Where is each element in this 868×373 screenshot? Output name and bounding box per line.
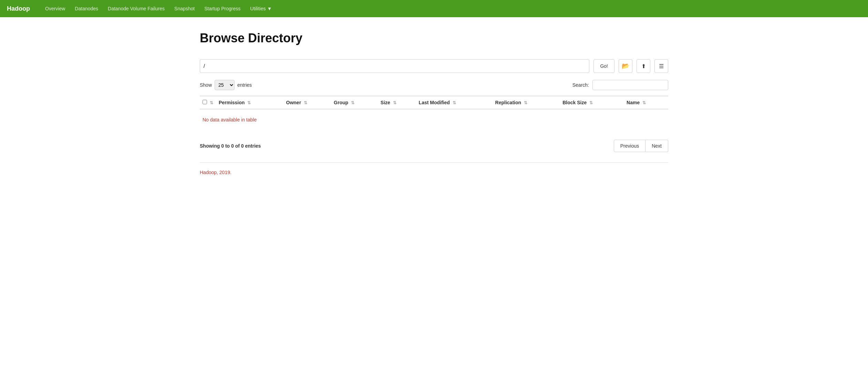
th-last-modified-label: Last Modified <box>419 100 450 105</box>
folder-icon-button[interactable]: 📂 <box>619 59 632 73</box>
show-label: Show <box>200 82 212 88</box>
sort-icon-permission: ⇅ <box>247 100 251 105</box>
controls-row: Show 10 25 50 100 entries Search: <box>200 80 668 90</box>
path-input[interactable] <box>200 59 589 73</box>
navbar: Hadoop Overview Datanodes Datanode Volum… <box>0 0 868 17</box>
th-group-label: Group <box>334 100 348 105</box>
utilities-dropdown-icon: ▼ <box>267 0 272 17</box>
table-header-row: ⇅ Permission ⇅ Owner ⇅ Group ⇅ Size ⇅ <box>200 96 668 109</box>
showing-text: Showing 0 to 0 of 0 entries <box>200 143 261 149</box>
folder-icon: 📂 <box>622 62 629 70</box>
sort-icon-block-size: ⇅ <box>589 100 593 105</box>
directory-table: ⇅ Permission ⇅ Owner ⇅ Group ⇅ Size ⇅ <box>200 96 668 131</box>
upload-icon: ⬆ <box>641 63 646 70</box>
sort-icon-group: ⇅ <box>351 100 354 105</box>
sort-icon-last-modified: ⇅ <box>453 100 456 105</box>
search-area: Search: <box>572 80 668 90</box>
nav-utilities-wrapper: Utilities ▼ <box>245 0 277 17</box>
th-permission-label: Permission <box>219 100 245 105</box>
entries-label: entries <box>237 82 252 88</box>
list-icon: ☰ <box>659 63 664 70</box>
th-last-modified[interactable]: Last Modified ⇅ <box>416 96 493 109</box>
sort-icon-owner: ⇅ <box>304 100 307 105</box>
list-icon-button[interactable]: ☰ <box>654 59 668 73</box>
entries-select[interactable]: 10 25 50 100 <box>215 80 235 90</box>
path-row: Go! 📂 ⬆ ☰ <box>200 59 668 73</box>
th-checkbox: ⇅ <box>200 96 216 109</box>
search-label: Search: <box>572 82 589 88</box>
page-title: Browse Directory <box>200 31 668 45</box>
th-owner[interactable]: Owner ⇅ <box>283 96 331 109</box>
nav-link-overview[interactable]: Overview <box>40 0 70 17</box>
select-all-checkbox[interactable] <box>203 100 207 104</box>
utilities-label: Utilities <box>250 0 266 17</box>
sort-icon-replication: ⇅ <box>524 100 527 105</box>
next-button[interactable]: Next <box>645 140 668 152</box>
nav-brand[interactable]: Hadoop <box>7 5 30 12</box>
th-size-label: Size <box>381 100 390 105</box>
go-button[interactable]: Go! <box>593 59 614 73</box>
th-size[interactable]: Size ⇅ <box>378 96 416 109</box>
table-footer: Showing 0 to 0 of 0 entries Previous Nex… <box>200 137 668 159</box>
th-replication[interactable]: Replication ⇅ <box>493 96 560 109</box>
table-body: No data available in table <box>200 109 668 131</box>
no-data-row: No data available in table <box>200 109 668 131</box>
nav-link-startup-progress[interactable]: Startup Progress <box>199 0 245 17</box>
th-block-size[interactable]: Block Size ⇅ <box>560 96 624 109</box>
th-name-label: Name <box>627 100 640 105</box>
th-replication-label: Replication <box>495 100 521 105</box>
sort-icon-size: ⇅ <box>393 100 396 105</box>
page-content: Browse Directory Go! 📂 ⬆ ☰ Show 10 25 50… <box>179 17 689 196</box>
show-entries-control: Show 10 25 50 100 entries <box>200 80 252 90</box>
pagination: Previous Next <box>614 140 668 152</box>
th-permission[interactable]: Permission ⇅ <box>216 96 283 109</box>
sort-icon-name: ⇅ <box>642 100 646 105</box>
nav-link-datanode-volume-failures[interactable]: Datanode Volume Failures <box>103 0 169 17</box>
th-block-size-label: Block Size <box>562 100 587 105</box>
th-name[interactable]: Name ⇅ <box>624 96 668 109</box>
nav-link-datanodes[interactable]: Datanodes <box>70 0 103 17</box>
search-input[interactable] <box>592 80 668 90</box>
upload-icon-button[interactable]: ⬆ <box>637 59 650 73</box>
nav-link-utilities[interactable]: Utilities ▼ <box>245 0 277 17</box>
no-data-message: No data available in table <box>203 113 665 128</box>
footer-text: Hadoop, 2019. <box>200 170 668 175</box>
page-divider <box>200 162 668 163</box>
previous-button[interactable]: Previous <box>614 140 645 152</box>
th-owner-label: Owner <box>286 100 301 105</box>
sort-icon-checkbox: ⇅ <box>210 100 213 105</box>
nav-link-snapshot[interactable]: Snapshot <box>169 0 199 17</box>
th-group[interactable]: Group ⇅ <box>331 96 378 109</box>
